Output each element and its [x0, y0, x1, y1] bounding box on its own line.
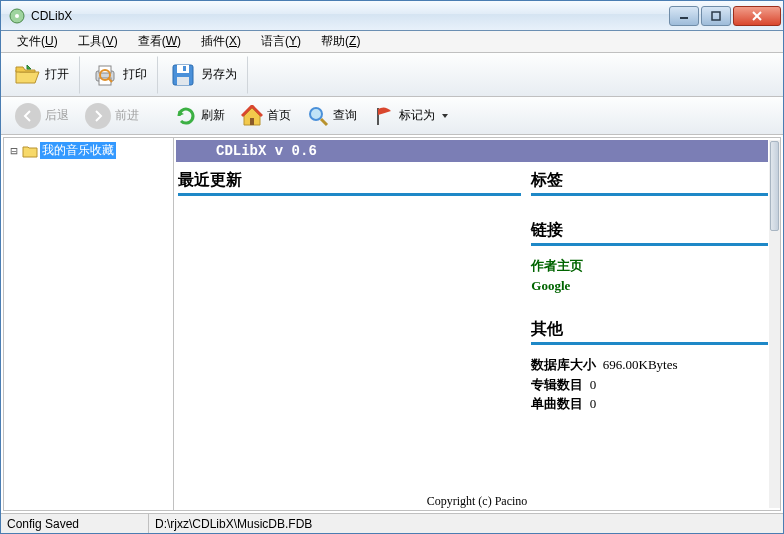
link-author-home[interactable]: 作者主页 — [531, 256, 768, 276]
menu-view[interactable]: 查看(W) — [128, 31, 191, 52]
svg-line-17 — [321, 119, 327, 125]
section-other: 其他 数据库大小 696.00KBytes 专辑数目 0 单曲数目 0 — [531, 319, 768, 414]
back-label: 后退 — [45, 107, 69, 124]
chevron-down-icon — [441, 109, 449, 123]
main-panel: CDLibX v 0.6 最近更新 标签 链接 — [174, 138, 780, 510]
minimize-button[interactable] — [669, 6, 699, 26]
save-icon — [169, 61, 197, 89]
forward-button[interactable]: 前进 — [77, 100, 147, 132]
tree-root-label: 我的音乐收藏 — [40, 142, 116, 159]
back-button[interactable]: 后退 — [7, 100, 77, 132]
main-body: 最近更新 标签 链接 作者主页 Google — [174, 164, 780, 494]
refresh-button[interactable]: 刷新 — [167, 100, 233, 132]
forward-label: 前进 — [115, 107, 139, 124]
tree-panel: ⊟ 我的音乐收藏 — [4, 138, 174, 510]
saveas-button[interactable]: 另存为 — [158, 56, 248, 94]
home-icon — [241, 105, 263, 127]
db-size-label: 数据库大小 — [531, 357, 596, 372]
link-google[interactable]: Google — [531, 276, 768, 296]
column-left: 最近更新 — [178, 170, 531, 492]
tracks-label: 单曲数目 — [531, 396, 583, 411]
menu-language[interactable]: 语言(Y) — [251, 31, 311, 52]
svg-rect-3 — [712, 12, 720, 20]
tracks-value: 0 — [590, 396, 597, 411]
svg-rect-13 — [177, 77, 189, 85]
svg-rect-15 — [250, 118, 254, 125]
folder-open-icon — [13, 61, 41, 89]
other-title: 其他 — [531, 319, 768, 342]
search-button[interactable]: 查询 — [299, 100, 365, 132]
menu-tools[interactable]: 工具(V) — [68, 31, 128, 52]
window-title: CDLibX — [31, 9, 667, 23]
open-button[interactable]: 打开 — [3, 56, 80, 94]
column-right: 标签 链接 作者主页 Google 其他 数据库大小 — [531, 170, 768, 492]
content-area: ⊟ 我的音乐收藏 CDLibX v 0.6 最近更新 标签 — [3, 137, 781, 511]
section-recent: 最近更新 — [178, 170, 521, 196]
toolbar-primary: 打开 打印 另存为 — [1, 53, 783, 97]
copyright: Copyright (c) Pacino — [174, 494, 780, 510]
search-label: 查询 — [333, 107, 357, 124]
back-arrow-icon — [15, 103, 41, 129]
stat-db-size: 数据库大小 696.00KBytes — [531, 355, 768, 375]
vertical-scrollbar[interactable] — [769, 140, 780, 508]
toolbar-nav: 后退 前进 刷新 首页 查询 — [1, 97, 783, 135]
mark-label: 标记为 — [399, 107, 435, 124]
print-icon — [91, 61, 119, 89]
app-window: CDLibX 文件(U) 工具(V) 查看(W) 插件(X) 语言(Y) 帮助(… — [0, 0, 784, 534]
section-links: 链接 作者主页 Google — [531, 220, 768, 295]
scrollbar-thumb[interactable] — [770, 141, 779, 231]
menu-help[interactable]: 帮助(Z) — [311, 31, 370, 52]
refresh-icon — [175, 105, 197, 127]
recent-title: 最近更新 — [178, 170, 521, 193]
svg-point-16 — [310, 108, 322, 120]
svg-point-1 — [15, 14, 19, 18]
tree-expand-icon[interactable]: ⊟ — [8, 144, 20, 158]
forward-arrow-icon — [85, 103, 111, 129]
svg-rect-14 — [183, 66, 186, 71]
titlebar: CDLibX — [1, 1, 783, 31]
saveas-label: 另存为 — [201, 66, 237, 83]
menu-file[interactable]: 文件(U) — [7, 31, 68, 52]
home-label: 首页 — [267, 107, 291, 124]
mark-button[interactable]: 标记为 — [365, 100, 457, 132]
stat-tracks: 单曲数目 0 — [531, 394, 768, 414]
status-path: D:\rjxz\CDLibX\MusicDB.FDB — [149, 514, 783, 533]
menu-plugins[interactable]: 插件(X) — [191, 31, 251, 52]
maximize-button[interactable] — [701, 6, 731, 26]
section-tags: 标签 — [531, 170, 768, 196]
status-config: Config Saved — [1, 514, 149, 533]
tags-title: 标签 — [531, 170, 768, 193]
search-icon — [307, 105, 329, 127]
print-label: 打印 — [123, 66, 147, 83]
albums-label: 专辑数目 — [531, 377, 583, 392]
db-size-value: 696.00KBytes — [603, 357, 678, 372]
menubar: 文件(U) 工具(V) 查看(W) 插件(X) 语言(Y) 帮助(Z) — [1, 31, 783, 53]
folder-icon — [22, 143, 38, 159]
close-button[interactable] — [733, 6, 781, 26]
refresh-label: 刷新 — [201, 107, 225, 124]
app-icon — [9, 8, 25, 24]
stat-albums: 专辑数目 0 — [531, 375, 768, 395]
print-button[interactable]: 打印 — [80, 56, 158, 94]
open-label: 打开 — [45, 66, 69, 83]
flag-icon — [373, 105, 395, 127]
home-button[interactable]: 首页 — [233, 100, 299, 132]
banner: CDLibX v 0.6 — [176, 140, 768, 162]
links-title: 链接 — [531, 220, 768, 243]
albums-value: 0 — [590, 377, 597, 392]
window-controls — [667, 6, 781, 26]
tree-root-item[interactable]: ⊟ 我的音乐收藏 — [8, 142, 169, 159]
statusbar: Config Saved D:\rjxz\CDLibX\MusicDB.FDB — [1, 513, 783, 533]
